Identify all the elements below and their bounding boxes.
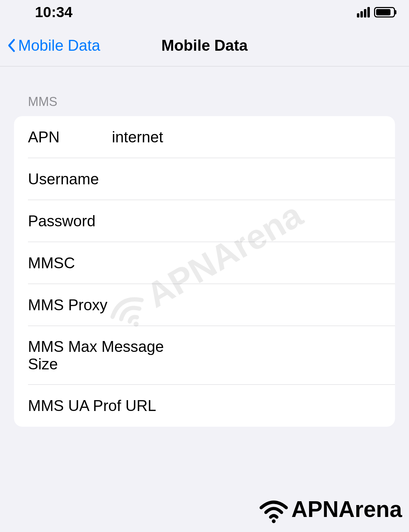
back-label: Mobile Data [18, 37, 100, 54]
content-area: MMS APN Username Password MMSC MMS Proxy [0, 66, 409, 427]
svg-point-1 [272, 519, 276, 523]
mmsc-label: MMSC [28, 254, 112, 272]
mms-ua-prof-row[interactable]: MMS UA Prof URL [14, 385, 395, 427]
username-label: Username [28, 170, 112, 188]
mms-proxy-row[interactable]: MMS Proxy [14, 284, 395, 326]
chevron-left-icon [7, 38, 15, 52]
mms-proxy-input[interactable] [107, 296, 381, 314]
mms-ua-prof-label: MMS UA Prof URL [28, 397, 156, 414]
page-title: Mobile Data [162, 37, 248, 54]
footer-text: APNArena [291, 496, 402, 522]
status-indicators [357, 7, 395, 17]
password-row[interactable]: Password [14, 200, 395, 242]
username-row[interactable]: Username [14, 158, 395, 200]
section-header-mms: MMS [14, 94, 395, 116]
mmsc-row[interactable]: MMSC [14, 242, 395, 284]
mms-ua-prof-input[interactable] [156, 397, 381, 414]
apn-input[interactable] [112, 128, 381, 146]
mms-proxy-label: MMS Proxy [28, 296, 107, 314]
cellular-signal-icon [357, 7, 370, 17]
mms-max-size-input[interactable] [189, 347, 381, 364]
mmsc-input[interactable] [112, 254, 381, 272]
password-label: Password [28, 212, 112, 230]
navigation-header: Mobile Data Mobile Data [0, 24, 409, 66]
battery-icon [374, 7, 395, 17]
apn-row[interactable]: APN [14, 116, 395, 158]
apn-label: APN [28, 128, 112, 146]
status-bar: 10:34 [0, 0, 409, 24]
mms-settings-group: APN Username Password MMSC MMS Proxy MMS… [14, 116, 395, 427]
wifi-icon [258, 494, 289, 525]
status-time: 10:34 [35, 4, 72, 21]
footer-logo: APNArena [258, 494, 402, 525]
password-input[interactable] [112, 212, 381, 230]
back-button[interactable]: Mobile Data [7, 37, 100, 54]
mms-max-size-row[interactable]: MMS Max Message Size [14, 326, 395, 385]
username-input[interactable] [112, 170, 381, 188]
mms-max-size-label: MMS Max Message Size [28, 338, 189, 373]
